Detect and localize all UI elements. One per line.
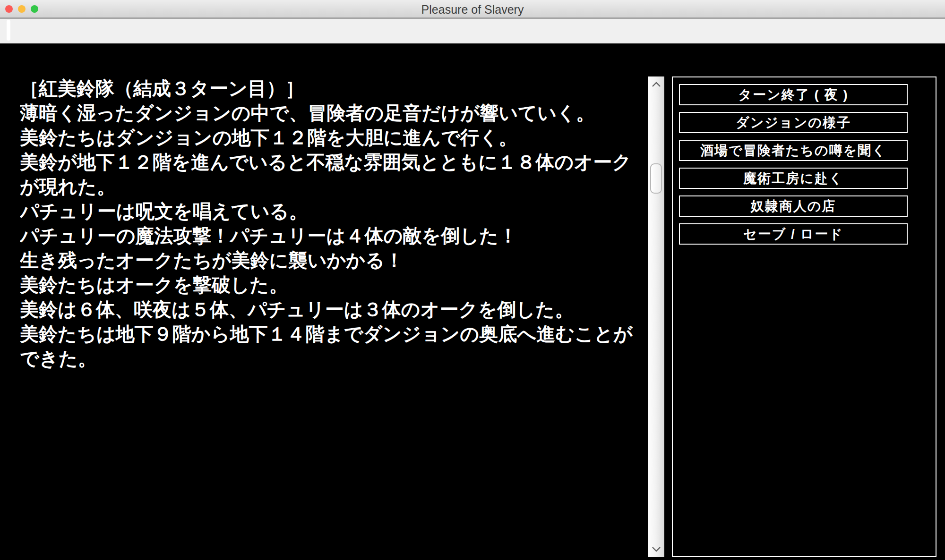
log-line: 美鈴たちはオークを撃破した。 <box>20 273 634 297</box>
message-log[interactable]: ［紅美鈴隊（結成３ターン目）］ 薄暗く湿ったダンジョンの中で、冒険者の足音だけが… <box>20 76 634 558</box>
command-panel: ターン終了 ( 夜 ) ダンジョンの様子 酒場で冒険者たちの噂を聞く 魔術工房に… <box>672 76 936 557</box>
toolbar <box>0 18 945 43</box>
chevron-up-icon <box>651 81 662 88</box>
log-line: パチュリーの魔法攻撃！パチュリーは４体の敵を倒した！ <box>20 224 634 248</box>
scroll-up-button[interactable] <box>648 78 664 91</box>
menu-button-slave-shop[interactable]: 奴隷商人の店 <box>679 195 908 217</box>
log-line: 生き残ったオークたちが美鈴に襲いかかる！ <box>20 248 634 273</box>
log-line: 薄暗く湿ったダンジョンの中で、冒険者の足音だけが響いていく。 <box>20 101 634 126</box>
scrollbar-thumb[interactable] <box>650 163 662 194</box>
log-line: 美鈴が地下１２階を進んでいると不穏な雰囲気とともに１８体のオークが現れた。 <box>20 150 634 199</box>
log-line: 美鈴たちは地下９階から地下１４階までダンジョンの奥底へ進むことができた。 <box>20 322 634 371</box>
menu-button-magic-workshop[interactable]: 魔術工房に赴く <box>679 168 908 189</box>
game-content-area: ［紅美鈴隊（結成３ターン目）］ 薄暗く湿ったダンジョンの中で、冒険者の足音だけが… <box>0 43 945 560</box>
menu-button-save-load[interactable]: セーブ / ロード <box>679 223 908 245</box>
log-line: ［紅美鈴隊（結成３ターン目）］ <box>20 76 634 101</box>
toolbar-field[interactable] <box>7 20 10 41</box>
window-title: Pleasure of Slavery <box>0 3 945 17</box>
log-line: 美鈴は６体、咲夜は５体、パチュリーは３体のオークを倒した。 <box>20 297 634 322</box>
log-scrollbar[interactable] <box>648 76 664 557</box>
log-line: パチュリーは呪文を唱えている。 <box>20 199 634 224</box>
scroll-down-button[interactable] <box>648 543 664 555</box>
window-titlebar[interactable]: Pleasure of Slavery <box>0 0 945 18</box>
menu-button-tavern-rumors[interactable]: 酒場で冒険者たちの噂を聞く <box>679 140 908 161</box>
app-window: Pleasure of Slavery ［紅美鈴隊（結成３ターン目）］ 薄暗く湿… <box>0 0 945 560</box>
menu-button-turn-end[interactable]: ターン終了 ( 夜 ) <box>679 84 908 105</box>
log-line: 美鈴たちはダンジョンの地下１２階を大胆に進んで行く。 <box>20 126 634 150</box>
chevron-down-icon <box>651 546 662 552</box>
menu-button-dungeon-view[interactable]: ダンジョンの様子 <box>679 112 908 133</box>
